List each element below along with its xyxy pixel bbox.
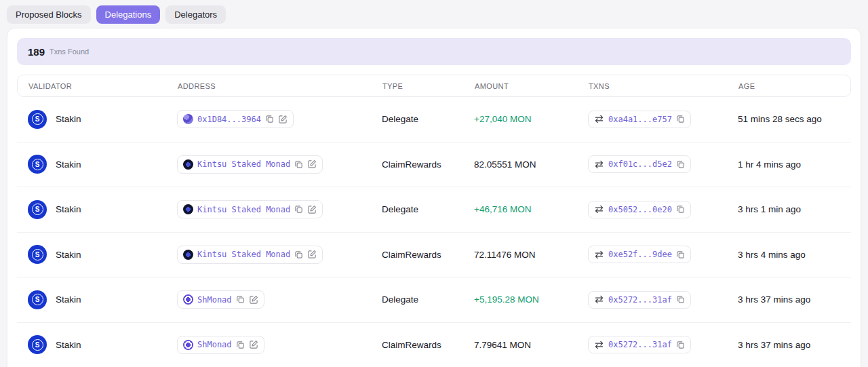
txn-type: ClaimRewards (382, 250, 474, 260)
age: 3 hrs 37 mins ago (738, 294, 840, 305)
copy-icon[interactable] (676, 250, 685, 259)
copy-icon[interactable] (294, 205, 303, 214)
stakin-validator-icon: S (28, 245, 47, 264)
txn-hash-badge[interactable]: 0xa4a1...e757 (588, 111, 691, 128)
stakin-validator-icon: S (28, 290, 47, 309)
table-row: S Stakin Kintsu Staked Monad ClaimReward… (17, 233, 851, 278)
txn-count-banner: 189 Txns Found (17, 38, 851, 65)
table-row: S Stakin Kintsu Staked Monad ClaimReward… (17, 142, 851, 188)
txn-type: Delegate (382, 294, 474, 305)
col-age: AGE (738, 82, 840, 90)
shmonad-logo (183, 340, 193, 350)
swap-icon (594, 205, 604, 214)
copy-icon[interactable] (236, 295, 245, 304)
amount: 7.79641 MON (474, 340, 588, 350)
txn-hash-text[interactable]: 0x5272...31af (608, 295, 672, 305)
age: 3 hrs 37 mins ago (738, 340, 840, 350)
txn-hash-badge[interactable]: 0x5052...0e20 (588, 201, 691, 218)
copy-icon[interactable] (676, 295, 685, 304)
address-badge[interactable]: ShMonad (177, 290, 264, 309)
tab-delegators[interactable]: Delegators (165, 5, 226, 24)
txn-type: ClaimRewards (382, 159, 474, 170)
validator-name: Stakin (56, 114, 81, 124)
address-badge[interactable]: Kintsu Staked Monad (177, 200, 323, 218)
edit-icon[interactable] (307, 159, 317, 169)
validator-name: Stakin (56, 340, 81, 350)
kintsu-logo (183, 250, 193, 260)
kintsu-logo (183, 204, 193, 214)
copy-icon[interactable] (265, 115, 274, 123)
table-header: VALIDATOR ADDRESS TYPE AMOUNT TXNS AGE (17, 75, 851, 97)
txn-count-label: Txns Found (50, 47, 89, 56)
txn-hash-badge[interactable]: 0xf01c...d5e2 (588, 155, 691, 173)
tab-proposed-blocks[interactable]: Proposed Blocks (7, 5, 91, 24)
swap-icon (594, 115, 604, 123)
edit-icon[interactable] (307, 250, 317, 259)
table-row: S Stakin ShMonad ClaimRewards 7.79641 MO… (17, 323, 851, 367)
tab-delegations[interactable]: Delegations (96, 5, 161, 24)
validator-name: Stakin (56, 250, 81, 260)
address-badge[interactable]: 0x1D84...3964 (177, 110, 294, 128)
copy-icon[interactable] (676, 160, 685, 169)
table-body: S Stakin 0x1D84...3964 Delegate +27,040 … (17, 97, 851, 367)
col-address: ADDRESS (178, 82, 382, 90)
amount: +27,040 MON (474, 114, 588, 124)
address-text[interactable]: Kintsu Staked Monad (197, 250, 290, 259)
stakin-validator-icon: S (28, 110, 47, 129)
kintsu-logo (183, 159, 193, 170)
table-row: S Stakin 0x1D84...3964 Delegate +27,040 … (17, 97, 851, 142)
age: 3 hrs 1 min ago (738, 204, 840, 214)
txn-hash-badge[interactable]: 0x5272...31af (588, 336, 691, 353)
txn-hash-badge[interactable]: 0x5272...31af (588, 291, 691, 309)
txn-hash-text[interactable]: 0xf01c...d5e2 (608, 159, 672, 169)
txn-hash-text[interactable]: 0x5052...0e20 (608, 205, 672, 214)
swap-icon (594, 295, 604, 304)
col-txns: TXNS (589, 82, 738, 90)
address-identicon (183, 114, 193, 124)
col-amount: AMOUNT (475, 82, 589, 90)
age: 3 hrs 4 mins ago (738, 250, 840, 260)
copy-icon[interactable] (676, 341, 685, 349)
address-text[interactable]: Kintsu Staked Monad (197, 205, 290, 214)
edit-icon[interactable] (249, 295, 258, 305)
address-text[interactable]: 0x1D84...3964 (197, 115, 261, 124)
delegations-card: 189 Txns Found VALIDATOR ADDRESS TYPE AM… (7, 28, 861, 367)
txn-hash-badge[interactable]: 0xe52f...9dee (588, 246, 691, 263)
swap-icon (594, 250, 604, 259)
address-badge[interactable]: ShMonad (177, 336, 264, 354)
txn-hash-text[interactable]: 0x5272...31af (608, 340, 672, 349)
copy-icon[interactable] (294, 250, 303, 259)
validator-name: Stakin (56, 204, 81, 214)
swap-icon (594, 341, 604, 349)
address-text[interactable]: Kintsu Staked Monad (197, 159, 290, 169)
edit-icon[interactable] (278, 115, 288, 124)
shmonad-logo (183, 294, 193, 305)
col-type: TYPE (382, 82, 475, 90)
edit-icon[interactable] (307, 205, 317, 214)
amount: 72.11476 MON (474, 250, 588, 260)
address-badge[interactable]: Kintsu Staked Monad (177, 155, 323, 174)
stakin-validator-icon: S (28, 335, 47, 354)
copy-icon[interactable] (236, 341, 245, 349)
address-text[interactable]: ShMonad (197, 295, 232, 305)
copy-icon[interactable] (294, 160, 303, 169)
age: 51 mins 28 secs ago (738, 114, 840, 124)
amount: +5,195.28 MON (474, 294, 588, 305)
address-text[interactable]: ShMonad (197, 340, 232, 349)
amount: 82.05551 MON (474, 159, 588, 170)
txn-hash-text[interactable]: 0xa4a1...e757 (608, 115, 672, 124)
txn-type: Delegate (382, 204, 474, 214)
table-row: S Stakin ShMonad Delegate +5,195.28 MON … (17, 277, 851, 323)
txn-count: 189 (28, 46, 45, 58)
copy-icon[interactable] (676, 115, 685, 123)
edit-icon[interactable] (249, 340, 258, 349)
txn-type: Delegate (382, 114, 474, 124)
table-row: S Stakin Kintsu Staked Monad Delegate +4… (17, 187, 851, 233)
amount: +46,716 MON (474, 204, 588, 214)
swap-icon (594, 160, 604, 169)
address-badge[interactable]: Kintsu Staked Monad (177, 246, 323, 264)
txn-hash-text[interactable]: 0xe52f...9dee (608, 250, 672, 259)
tab-bar: Proposed Blocks Delegations Delegators (0, 0, 868, 24)
validator-name: Stakin (56, 294, 81, 305)
copy-icon[interactable] (676, 205, 685, 214)
